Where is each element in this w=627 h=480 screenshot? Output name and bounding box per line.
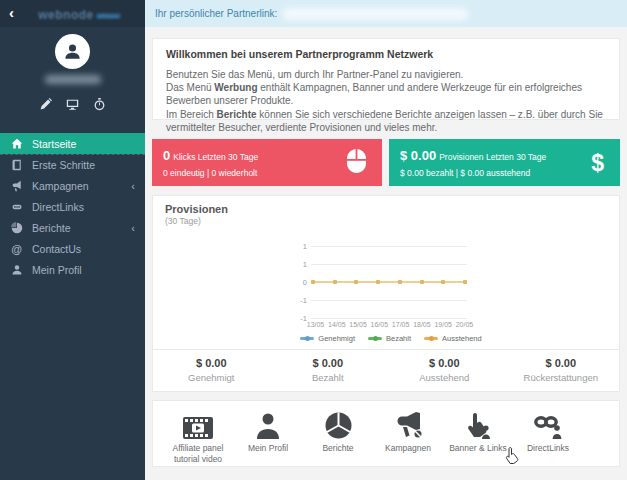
clicks-value: 0 [163,148,170,163]
user-icon [63,42,82,61]
book-icon [10,158,23,171]
desktop-icon[interactable] [66,97,79,110]
sidebar-item-contactus[interactable]: @ ContactUs [0,238,145,259]
partner-link-label: Ihr persönlicher Partnerlink: [155,8,277,19]
sidebar: ‹ webnodeaffiliate Startseite [0,0,145,480]
mouse-icon [347,149,366,177]
summary-row: $ 0.00 Genehmigt $ 0.00 Bezahlt $ 0.00 A… [153,349,619,392]
at-icon: @ [10,242,23,255]
dollar-icon: $ [591,151,604,174]
summary-ausstehend: $ 0.00 Ausstehend [386,350,503,392]
commissions-label: Provisionen Letzten 30 Tage [439,152,546,162]
link-icon [10,200,23,213]
legend-marker [368,337,382,340]
chart-series-line [311,281,467,283]
chevron-left-icon: ‹ [131,180,135,192]
legend-item-genehmigt[interactable]: Genehmigt [300,334,355,343]
summary-bezahlt: $ 0.00 Bezahlt [270,350,387,392]
shortcuts-panel: Affiliate panel tutorial video Mein Prof… [152,400,620,467]
chart-subtitle: (30 Tage) [165,216,201,226]
megaphone-icon [10,179,23,192]
hand-pointer-icon [443,409,513,439]
stopwatch-icon[interactable] [93,97,106,110]
shortcut-berichte[interactable]: Berichte [303,409,373,466]
username-redacted [45,75,101,84]
megaphone-icon [373,409,443,439]
chart-legend: Genehmigt Bezahlt Ausstehend [311,334,471,343]
direct-links-icon [513,409,583,439]
sidebar-item-erste-schritte[interactable]: Erste Schritte [0,154,145,175]
user-icon [10,263,23,276]
affiliate-dashboard: ‹ webnodeaffiliate Startseite [0,0,627,480]
sidebar-item-startseite[interactable]: Startseite [0,133,145,154]
legend-item-ausstehend[interactable]: Ausstehend [424,334,482,343]
edit-profile-icon[interactable] [39,97,52,110]
brand-logo: webnodeaffiliate [14,5,145,23]
summary-genehmigt: $ 0.00 Genehmigt [153,350,270,392]
summary-rueckerstattungen: $ 0.00 Rückerstattungen [503,350,620,392]
sidebar-header: ‹ webnodeaffiliate [0,0,145,27]
welcome-title: Willkommen bei unserem Partnerprogramm N… [166,48,606,60]
chart-title: Provisionen [165,203,228,215]
avatar[interactable] [55,34,90,69]
home-icon [10,137,23,150]
chart-plot: 1 1 0 -1 -1 [311,246,467,318]
sidebar-item-kampagnen[interactable]: Kampagnen ‹ [0,175,145,196]
welcome-line-3: Im Bereich Berichte können Sie sich vers… [166,108,606,134]
welcome-line-2: Das Menü Werbung enthält Kampagnen, Bann… [166,81,606,107]
commissions-chart-panel: Provisionen (30 Tage) 1 1 0 -1 -1 13/051… [152,195,620,392]
welcome-line-1: Benutzen Sie das Menü, um durch Ihr Part… [166,68,606,81]
brand-name: webnode [38,8,94,22]
clicks-stat-card[interactable]: 0Klicks Letzten 30 Tage 0 eindeutig | 0 … [152,139,382,186]
user-icon [233,409,303,439]
shortcut-directlinks[interactable]: DirectLinks [513,409,583,466]
topbar: Ihr persönlicher Partnerlink: [145,0,627,27]
chart-x-axis: 13/0514/0515/0516/0517/0518/0519/0520/05 [305,321,475,328]
shortcut-banner-links[interactable]: Banner & Links [443,409,513,466]
commissions-stat-card[interactable]: $ 0.00Provisionen Letzten 30 Tage $ 0.00… [389,139,620,186]
legend-marker [300,337,314,340]
legend-marker [424,337,438,340]
chevron-left-icon: ‹ [131,222,135,234]
commissions-detail: $ 0.00 bezahlt | $ 0.00 ausstehend [400,168,609,178]
pie-chart-icon [10,221,23,234]
pie-chart-icon [303,409,373,439]
collapse-menu-icon[interactable]: ‹ [0,0,14,28]
partner-link-redacted[interactable] [283,8,468,20]
clicks-label: Klicks Letzten 30 Tage [173,152,258,162]
commissions-value: $ 0.00 [400,148,436,163]
profile-section [0,27,145,127]
sidebar-item-berichte[interactable]: Berichte ‹ [0,217,145,238]
clicks-detail: 0 eindeutig | 0 wiederholt [163,168,371,178]
legend-item-bezahlt[interactable]: Bezahlt [368,334,411,343]
profile-actions [0,97,145,110]
shortcut-mein-profil[interactable]: Mein Profil [233,409,303,466]
shortcut-kampagnen[interactable]: Kampagnen [373,409,443,466]
brand-suffix: affiliate [96,13,121,19]
sidebar-item-mein-profil[interactable]: Mein Profil [0,259,145,280]
welcome-panel: Willkommen bei unserem Partnerprogramm N… [152,38,620,120]
sidebar-item-directlinks[interactable]: DirectLinks [0,196,145,217]
shortcut-tutorial-video[interactable]: Affiliate panel tutorial video [163,409,233,466]
sidebar-menu: Startseite Erste Schritte Kampagnen ‹ Di… [0,133,145,280]
video-icon [163,409,233,439]
